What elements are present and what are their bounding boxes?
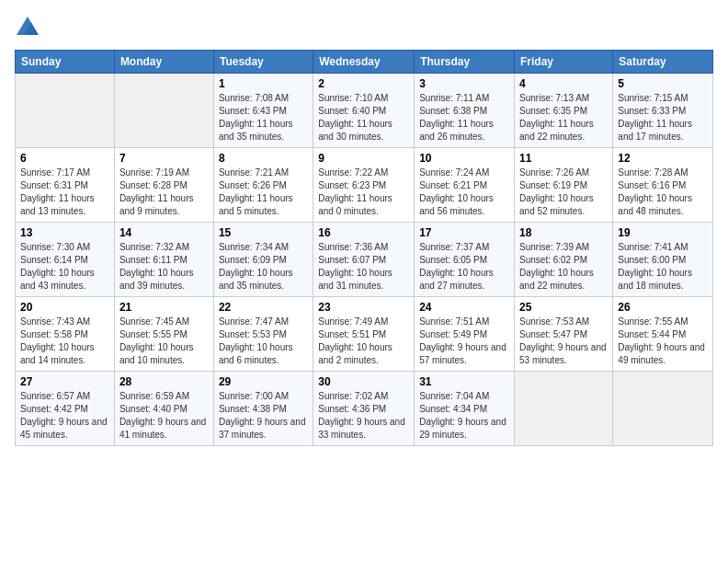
day-info: Sunrise: 7:00 AM Sunset: 4:38 PM Dayligh…: [219, 390, 308, 442]
calendar-body: 1Sunrise: 7:08 AM Sunset: 6:43 PM Daylig…: [16, 74, 713, 446]
logo-icon: [15, 15, 40, 40]
calendar-cell: 9Sunrise: 7:22 AM Sunset: 6:23 PM Daylig…: [313, 148, 415, 223]
calendar-cell: 3Sunrise: 7:11 AM Sunset: 6:38 PM Daylig…: [415, 74, 515, 148]
day-info: Sunrise: 7:53 AM Sunset: 5:47 PM Dayligh…: [519, 316, 608, 367]
calendar-cell: 30Sunrise: 7:02 AM Sunset: 4:36 PM Dayli…: [313, 372, 415, 446]
calendar-cell: [16, 74, 115, 148]
calendar-cell: 17Sunrise: 7:37 AM Sunset: 6:05 PM Dayli…: [415, 223, 515, 297]
day-info: Sunrise: 7:32 AM Sunset: 6:11 PM Dayligh…: [119, 241, 209, 293]
day-info: Sunrise: 7:47 AM Sunset: 5:53 PM Dayligh…: [219, 316, 308, 367]
calendar-cell: 22Sunrise: 7:47 AM Sunset: 5:53 PM Dayli…: [213, 297, 313, 372]
calendar-cell: 6Sunrise: 7:17 AM Sunset: 6:31 PM Daylig…: [16, 148, 115, 223]
calendar-cell: 8Sunrise: 7:21 AM Sunset: 6:26 PM Daylig…: [213, 148, 313, 223]
day-number: 15: [219, 226, 308, 239]
day-info: Sunrise: 7:51 AM Sunset: 5:49 PM Dayligh…: [419, 316, 509, 367]
day-number: 21: [119, 301, 209, 314]
calendar-week-5: 27Sunrise: 6:57 AM Sunset: 4:42 PM Dayli…: [16, 372, 713, 446]
day-number: 4: [519, 77, 608, 90]
day-info: Sunrise: 7:45 AM Sunset: 5:55 PM Dayligh…: [119, 316, 209, 367]
day-number: 18: [519, 226, 608, 239]
day-number: 13: [20, 226, 109, 239]
day-number: 10: [419, 152, 509, 165]
calendar-cell: 15Sunrise: 7:34 AM Sunset: 6:09 PM Dayli…: [213, 223, 313, 297]
day-info: Sunrise: 7:39 AM Sunset: 6:02 PM Dayligh…: [519, 241, 608, 293]
day-number: 5: [618, 77, 708, 90]
calendar-cell: 12Sunrise: 7:28 AM Sunset: 6:16 PM Dayli…: [613, 148, 713, 223]
day-number: 6: [20, 152, 109, 165]
weekday-header-tuesday: Tuesday: [213, 51, 313, 74]
calendar-cell: 29Sunrise: 7:00 AM Sunset: 4:38 PM Dayli…: [213, 372, 313, 446]
calendar-cell: 19Sunrise: 7:41 AM Sunset: 6:00 PM Dayli…: [613, 223, 713, 297]
day-number: 16: [318, 226, 409, 239]
day-number: 2: [318, 77, 409, 90]
calendar-table: SundayMondayTuesdayWednesdayThursdayFrid…: [15, 50, 713, 446]
weekday-header-thursday: Thursday: [415, 51, 515, 74]
calendar-cell: 21Sunrise: 7:45 AM Sunset: 5:55 PM Dayli…: [114, 297, 213, 372]
calendar-cell: 5Sunrise: 7:15 AM Sunset: 6:33 PM Daylig…: [613, 74, 713, 148]
day-info: Sunrise: 7:11 AM Sunset: 6:38 PM Dayligh…: [419, 92, 509, 144]
day-number: 14: [119, 226, 209, 239]
weekday-header-friday: Friday: [515, 51, 613, 74]
calendar-cell: 31Sunrise: 7:04 AM Sunset: 4:34 PM Dayli…: [415, 372, 515, 446]
day-number: 9: [318, 152, 409, 165]
day-number: 17: [419, 226, 509, 239]
calendar-cell: 26Sunrise: 7:55 AM Sunset: 5:44 PM Dayli…: [613, 297, 713, 372]
day-info: Sunrise: 7:55 AM Sunset: 5:44 PM Dayligh…: [618, 316, 708, 367]
day-info: Sunrise: 7:28 AM Sunset: 6:16 PM Dayligh…: [618, 167, 708, 218]
calendar-cell: 14Sunrise: 7:32 AM Sunset: 6:11 PM Dayli…: [114, 223, 213, 297]
calendar-cell: 25Sunrise: 7:53 AM Sunset: 5:47 PM Dayli…: [515, 297, 613, 372]
day-number: 19: [618, 226, 708, 239]
calendar-week-4: 20Sunrise: 7:43 AM Sunset: 5:58 PM Dayli…: [16, 297, 713, 372]
day-number: 12: [618, 152, 708, 165]
day-info: Sunrise: 6:59 AM Sunset: 4:40 PM Dayligh…: [119, 390, 209, 442]
calendar-header: SundayMondayTuesdayWednesdayThursdayFrid…: [16, 51, 713, 74]
weekday-header-sunday: Sunday: [16, 51, 115, 74]
day-number: 3: [419, 77, 509, 90]
day-number: 28: [119, 375, 209, 388]
day-number: 20: [20, 301, 109, 314]
day-info: Sunrise: 7:13 AM Sunset: 6:35 PM Dayligh…: [519, 92, 608, 144]
calendar-week-3: 13Sunrise: 7:30 AM Sunset: 6:14 PM Dayli…: [16, 223, 713, 297]
day-info: Sunrise: 7:21 AM Sunset: 6:26 PM Dayligh…: [219, 167, 308, 218]
calendar-cell: 7Sunrise: 7:19 AM Sunset: 6:28 PM Daylig…: [114, 148, 213, 223]
day-number: 31: [419, 375, 509, 388]
day-number: 11: [519, 152, 608, 165]
day-number: 30: [318, 375, 409, 388]
day-info: Sunrise: 7:36 AM Sunset: 6:07 PM Dayligh…: [318, 241, 409, 293]
day-info: Sunrise: 7:15 AM Sunset: 6:33 PM Dayligh…: [618, 92, 708, 144]
day-number: 1: [219, 77, 308, 90]
day-info: Sunrise: 7:17 AM Sunset: 6:31 PM Dayligh…: [20, 167, 109, 218]
calendar-cell: [613, 372, 713, 446]
day-info: Sunrise: 7:10 AM Sunset: 6:40 PM Dayligh…: [318, 92, 409, 144]
calendar-cell: 1Sunrise: 7:08 AM Sunset: 6:43 PM Daylig…: [213, 74, 313, 148]
weekday-header-wednesday: Wednesday: [313, 51, 415, 74]
calendar-cell: 28Sunrise: 6:59 AM Sunset: 4:40 PM Dayli…: [114, 372, 213, 446]
calendar-cell: 18Sunrise: 7:39 AM Sunset: 6:02 PM Dayli…: [515, 223, 613, 297]
day-info: Sunrise: 7:49 AM Sunset: 5:51 PM Dayligh…: [318, 316, 409, 367]
calendar-cell: 2Sunrise: 7:10 AM Sunset: 6:40 PM Daylig…: [313, 74, 415, 148]
day-info: Sunrise: 7:26 AM Sunset: 6:19 PM Dayligh…: [519, 167, 608, 218]
day-number: 24: [419, 301, 509, 314]
calendar-cell: 23Sunrise: 7:49 AM Sunset: 5:51 PM Dayli…: [313, 297, 415, 372]
day-number: 22: [219, 301, 308, 314]
calendar-week-1: 1Sunrise: 7:08 AM Sunset: 6:43 PM Daylig…: [16, 74, 713, 148]
day-info: Sunrise: 7:02 AM Sunset: 4:36 PM Dayligh…: [318, 390, 409, 442]
calendar-cell: 20Sunrise: 7:43 AM Sunset: 5:58 PM Dayli…: [16, 297, 115, 372]
calendar-cell: 27Sunrise: 6:57 AM Sunset: 4:42 PM Dayli…: [16, 372, 115, 446]
logo: [15, 15, 42, 40]
day-info: Sunrise: 7:43 AM Sunset: 5:58 PM Dayligh…: [20, 316, 109, 367]
day-info: Sunrise: 7:22 AM Sunset: 6:23 PM Dayligh…: [318, 167, 409, 218]
calendar-cell: 4Sunrise: 7:13 AM Sunset: 6:35 PM Daylig…: [515, 74, 613, 148]
day-number: 23: [318, 301, 409, 314]
day-number: 29: [219, 375, 308, 388]
day-number: 27: [20, 375, 109, 388]
weekday-header-row: SundayMondayTuesdayWednesdayThursdayFrid…: [16, 51, 713, 74]
page-header: [15, 15, 713, 40]
day-number: 26: [618, 301, 708, 314]
calendar-cell: 11Sunrise: 7:26 AM Sunset: 6:19 PM Dayli…: [515, 148, 613, 223]
day-info: Sunrise: 7:19 AM Sunset: 6:28 PM Dayligh…: [119, 167, 209, 218]
day-info: Sunrise: 7:41 AM Sunset: 6:00 PM Dayligh…: [618, 241, 708, 293]
calendar-cell: 24Sunrise: 7:51 AM Sunset: 5:49 PM Dayli…: [415, 297, 515, 372]
day-info: Sunrise: 7:24 AM Sunset: 6:21 PM Dayligh…: [419, 167, 509, 218]
day-info: Sunrise: 7:34 AM Sunset: 6:09 PM Dayligh…: [219, 241, 308, 293]
